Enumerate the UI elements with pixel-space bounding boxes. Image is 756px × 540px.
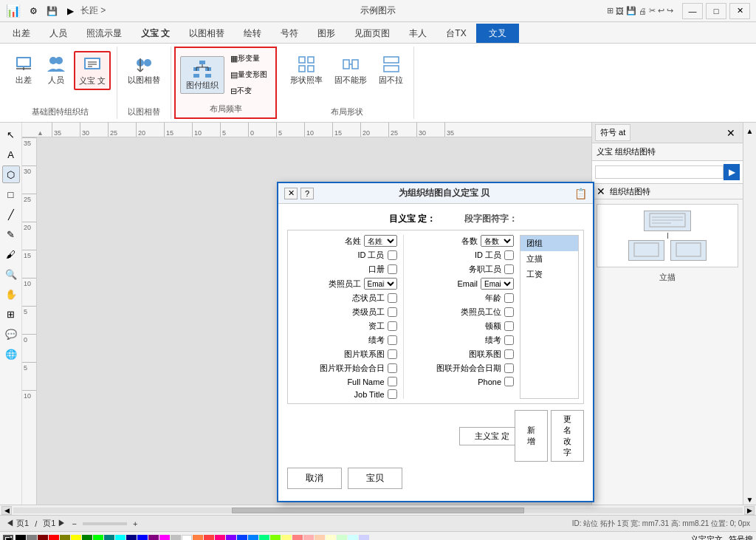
color-orange[interactable]: [193, 535, 203, 541]
tool-pointer[interactable]: ↖: [2, 126, 20, 143]
color-light-red[interactable]: [204, 535, 214, 541]
color-navy[interactable]: [126, 535, 137, 541]
tool-fill[interactable]: 🖌: [2, 245, 20, 263]
page-nav-prev[interactable]: ◀ 页1: [6, 518, 29, 529]
tool-pencil[interactable]: ✎: [2, 225, 20, 243]
tab-chucha[interactable]: 出差: [3, 24, 40, 43]
close-button[interactable]: ✕: [729, 3, 750, 19]
color-maroon[interactable]: [38, 535, 48, 541]
tab-yitu[interactable]: 以图相替: [179, 24, 234, 43]
right-panel-tab1[interactable]: 符号 at: [595, 124, 630, 141]
tab-zhaoliu[interactable]: 照流示显: [77, 24, 131, 43]
panel-search-button[interactable]: ▶: [724, 164, 740, 180]
panel-close-btn[interactable]: ✕: [722, 126, 740, 140]
field-rank-checkbox[interactable]: [388, 335, 397, 345]
tab-renyuan[interactable]: 人员: [40, 24, 77, 43]
tab-fengren[interactable]: 丰人: [399, 24, 436, 43]
btn-renyuan[interactable]: 人员: [41, 51, 71, 89]
color-teal[interactable]: [104, 535, 114, 541]
tool-line[interactable]: ╱: [2, 205, 20, 223]
btn-chucha[interactable]: 出差: [9, 51, 38, 89]
field-right-check-8[interactable]: [504, 335, 514, 345]
btn-ok[interactable]: 宝贝: [348, 468, 402, 489]
tab-yibao[interactable]: 义宝 文: [131, 24, 179, 43]
panel-section-close-icon[interactable]: ✕: [597, 185, 605, 197]
selected-item-3[interactable]: 工资: [520, 267, 578, 282]
field-status-checkbox[interactable]: [388, 293, 397, 303]
color-salmon[interactable]: [292, 535, 303, 541]
color-chartreuse[interactable]: [270, 535, 281, 541]
scroll-up-btn[interactable]: ▲: [745, 126, 755, 136]
tool-chat[interactable]: 💬: [2, 325, 20, 343]
field-id-checkbox[interactable]: [388, 250, 397, 260]
selected-item-1[interactable]: 团组: [520, 236, 578, 251]
zoom-minus[interactable]: −: [72, 519, 76, 528]
color-yellow[interactable]: [71, 535, 81, 541]
color-silver[interactable]: [171, 535, 181, 541]
tool-connect[interactable]: ⬡: [2, 165, 20, 183]
color-gray[interactable]: [27, 535, 37, 541]
tool-network[interactable]: 🌐: [2, 345, 20, 363]
color-blue[interactable]: [137, 535, 148, 541]
tab-taitx[interactable]: 台TX: [436, 24, 475, 43]
color-lavender[interactable]: [359, 535, 369, 541]
color-olive[interactable]: [60, 535, 70, 541]
btn-layout-3[interactable]: 固不拉: [374, 51, 408, 89]
expand-icon[interactable]: ▶: [62, 3, 78, 19]
field-right-check-2[interactable]: [504, 250, 514, 260]
scroll-right-btn[interactable]: ▶: [744, 506, 755, 515]
scroll-left-btn[interactable]: ◀: [1, 506, 12, 515]
btn-org-chart[interactable]: 图付组织: [180, 56, 224, 94]
scroll-track-h[interactable]: [13, 507, 743, 513]
scroll-thumb-h[interactable]: [232, 507, 523, 513]
btn-rename[interactable]: 更名改字: [551, 410, 584, 462]
tab-wencha[interactable]: 文叉: [476, 24, 519, 43]
color-white[interactable]: [182, 535, 192, 541]
tab-huizhuan[interactable]: 绘转: [234, 24, 271, 43]
maximize-button[interactable]: □: [706, 3, 726, 19]
field-right-check-5[interactable]: [504, 293, 514, 303]
btn-add[interactable]: 新增: [515, 410, 548, 462]
zoom-slider[interactable]: [83, 522, 127, 525]
field-name-select[interactable]: 名姓: [364, 235, 397, 247]
btn-yibao[interactable]: 义宝 文: [74, 51, 111, 90]
color-purple[interactable]: [148, 535, 159, 541]
tool-zoom[interactable]: 🔍: [2, 265, 20, 283]
selected-item-2[interactable]: 立描: [520, 251, 578, 267]
btn-cancel[interactable]: 取消: [287, 468, 342, 489]
save-icon[interactable]: 💾: [44, 3, 60, 19]
field-salary-checkbox[interactable]: [388, 321, 397, 331]
color-hot-pink[interactable]: [215, 535, 225, 541]
field-employee-select[interactable]: Email: [364, 278, 397, 290]
color-light-cyan[interactable]: [348, 535, 358, 541]
color-spring-green[interactable]: [259, 535, 269, 541]
scroll-down-btn[interactable]: ▼: [745, 494, 755, 505]
field-right-select-1[interactable]: 各数: [481, 235, 514, 247]
color-light-salmon[interactable]: [303, 535, 314, 541]
minimize-button[interactable]: —: [682, 3, 703, 19]
field-title-checkbox[interactable]: [388, 264, 397, 274]
tab-haofu[interactable]: 号符: [271, 24, 308, 43]
color-cyan[interactable]: [115, 535, 126, 541]
page-nav-next[interactable]: 页1 ▶: [43, 518, 66, 529]
color-cream[interactable]: [326, 535, 336, 541]
tool-shape[interactable]: □: [2, 185, 20, 203]
field-right-check-6[interactable]: [504, 307, 514, 317]
color-cornflower[interactable]: [237, 535, 247, 541]
panel-search-input[interactable]: [595, 165, 724, 179]
btn-replace[interactable]: 以图相替: [123, 51, 165, 89]
field-jobtitle-checkbox[interactable]: [388, 389, 397, 399]
color-honeydew[interactable]: [337, 535, 347, 541]
color-magenta[interactable]: [159, 535, 170, 541]
field-right-check-9[interactable]: [504, 349, 514, 359]
field-right-check-10[interactable]: [504, 363, 514, 373]
color-dodger-blue[interactable]: [248, 535, 258, 541]
color-green[interactable]: [82, 535, 92, 541]
color-violet[interactable]: [226, 535, 236, 541]
tool-crop[interactable]: ⊞: [2, 305, 20, 323]
tab-tuxing[interactable]: 图形: [308, 24, 345, 43]
field-photo-checkbox[interactable]: [388, 349, 397, 359]
modal-help-btn[interactable]: ?: [300, 188, 314, 199]
field-right-check-3[interactable]: [504, 264, 514, 274]
field-right-check-phone[interactable]: [504, 377, 514, 386]
